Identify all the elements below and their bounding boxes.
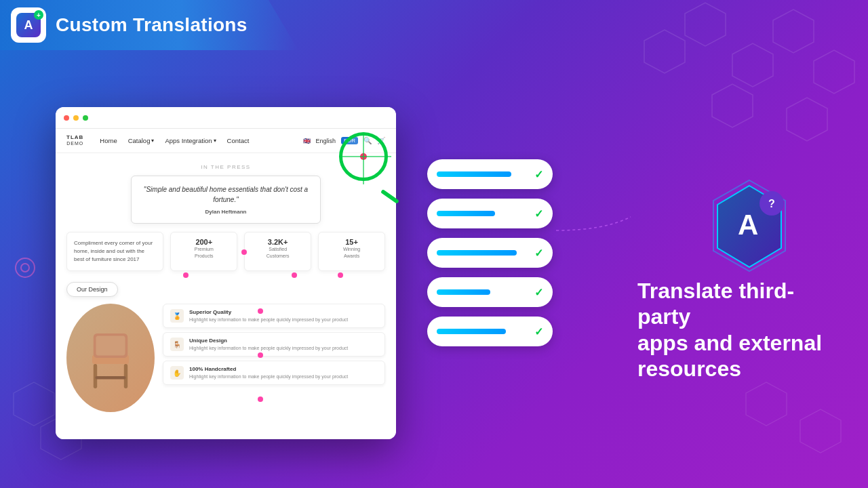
stat-products: 200+ PremiumProducts bbox=[170, 232, 237, 271]
lang-label: English bbox=[316, 138, 336, 144]
nav-contact[interactable]: Contact bbox=[227, 137, 250, 144]
hex-icon-svg: A ? bbox=[698, 175, 800, 277]
app-logo: A + bbox=[11, 7, 46, 43]
quote-author: Dylan Heftmann bbox=[142, 209, 309, 215]
svg-marker-3 bbox=[773, 9, 814, 53]
feature-handcrafted-text: 100% Handcrafted Highlight key informati… bbox=[189, 366, 348, 380]
trans-fill-4 bbox=[437, 289, 490, 295]
nav-catalog[interactable]: Catalog ▾ bbox=[128, 137, 155, 144]
main-cta-text: Translate third-party apps and external … bbox=[637, 278, 827, 382]
connector-dot-3 bbox=[292, 272, 297, 278]
connector-dot-1 bbox=[241, 249, 247, 255]
svg-marker-7 bbox=[14, 382, 54, 426]
svg-marker-6 bbox=[787, 98, 827, 141]
app-icon-hexagon: A ? bbox=[698, 175, 800, 277]
site-logo: TLABDEMO bbox=[66, 135, 83, 147]
app-header: A + Custom Translations bbox=[0, 0, 298, 50]
trans-fill-2 bbox=[437, 211, 495, 216]
trans-check-2: ✓ bbox=[534, 207, 543, 220]
trans-bar-5: ✓ bbox=[427, 317, 553, 346]
svg-marker-9 bbox=[746, 382, 787, 426]
handcrafted-icon: ✋ bbox=[170, 366, 184, 380]
design-section: Our Design bbox=[66, 282, 385, 439]
browser-content: IN THE PRESS "Simple and beautiful home … bbox=[56, 153, 396, 439]
press-label: IN THE PRESS bbox=[66, 164, 385, 170]
feature-design-text: Unique Design Highlight key information … bbox=[189, 338, 348, 351]
svg-marker-0 bbox=[644, 30, 685, 73]
chair-svg bbox=[80, 321, 141, 395]
browser-dot-red bbox=[64, 115, 69, 121]
magnifier-circle bbox=[339, 132, 388, 181]
svg-marker-10 bbox=[800, 409, 841, 453]
svg-marker-4 bbox=[814, 50, 854, 94]
design-icon: 🪑 bbox=[170, 338, 184, 351]
main-text-heading: Translate third-party apps and external … bbox=[637, 278, 827, 382]
app-title: Custom Translations bbox=[56, 14, 248, 36]
stat-customers: 3.2K+ SatisfiedCustomers bbox=[244, 232, 311, 271]
svg-rect-15 bbox=[96, 376, 126, 380]
svg-marker-2 bbox=[732, 43, 773, 87]
svg-marker-1 bbox=[685, 3, 726, 46]
company-description: Compliment every corner of your home, in… bbox=[66, 232, 163, 271]
trans-bar-1: ✓ bbox=[427, 159, 553, 189]
connector-dot-7 bbox=[258, 396, 263, 402]
trans-check-5: ✓ bbox=[534, 325, 543, 338]
trans-fill-3 bbox=[437, 250, 517, 256]
quote-text: "Simple and beautiful home essentials th… bbox=[142, 184, 309, 205]
feature-quality: 🏅 Superior Quality Highlight key informa… bbox=[163, 304, 385, 328]
svg-marker-5 bbox=[712, 84, 753, 127]
design-content: 🏅 Superior Quality Highlight key informa… bbox=[66, 304, 385, 439]
connector-svg bbox=[556, 190, 651, 271]
svg-text:A: A bbox=[738, 209, 758, 241]
feature-handcrafted: ✋ 100% Handcrafted Highlight key informa… bbox=[163, 361, 385, 385]
connector-dot-4 bbox=[338, 272, 343, 278]
stat-awards: 15+ WinningAwards bbox=[318, 232, 385, 271]
chair-image bbox=[66, 304, 155, 412]
lang-flag: 🇬🇧 bbox=[303, 138, 311, 144]
connector-dot-5 bbox=[258, 308, 263, 314]
nav-apps[interactable]: Apps Integration ▾ bbox=[165, 137, 216, 144]
connector-dot-2 bbox=[183, 272, 189, 278]
translation-bars-container: ✓ ✓ ✓ ✓ ✓ bbox=[427, 159, 553, 346]
features-list: 🏅 Superior Quality Highlight key informa… bbox=[163, 304, 385, 439]
trans-check-1: ✓ bbox=[534, 168, 543, 181]
trans-bar-4: ✓ bbox=[427, 277, 553, 307]
our-design-label: Our Design bbox=[66, 282, 118, 297]
quality-icon: 🏅 bbox=[170, 309, 184, 323]
nav-home[interactable]: Home bbox=[100, 137, 117, 144]
browser-topbar bbox=[56, 107, 396, 129]
trans-bar-2: ✓ bbox=[427, 199, 553, 228]
svg-rect-16 bbox=[96, 336, 125, 356]
quote-box: "Simple and beautiful home essentials th… bbox=[131, 176, 321, 224]
trans-check-3: ✓ bbox=[534, 247, 543, 260]
magnifier-glass bbox=[339, 132, 393, 186]
browser-dot-green bbox=[83, 115, 88, 121]
browser-dot-yellow bbox=[73, 115, 79, 121]
trans-bar-3: ✓ bbox=[427, 238, 553, 268]
logo-plus-icon: + bbox=[34, 10, 43, 20]
feature-quality-text: Superior Quality Highlight key informati… bbox=[189, 309, 348, 323]
magnifier bbox=[339, 132, 400, 193]
svg-text:?: ? bbox=[768, 198, 775, 209]
trans-fill-1 bbox=[437, 171, 511, 177]
trans-fill-5 bbox=[437, 329, 506, 334]
trans-check-4: ✓ bbox=[534, 286, 543, 299]
feature-design: 🪑 Unique Design Highlight key informatio… bbox=[163, 332, 385, 357]
connector-dot-6 bbox=[258, 352, 263, 358]
stats-row: Compliment every corner of your home, in… bbox=[66, 232, 385, 271]
